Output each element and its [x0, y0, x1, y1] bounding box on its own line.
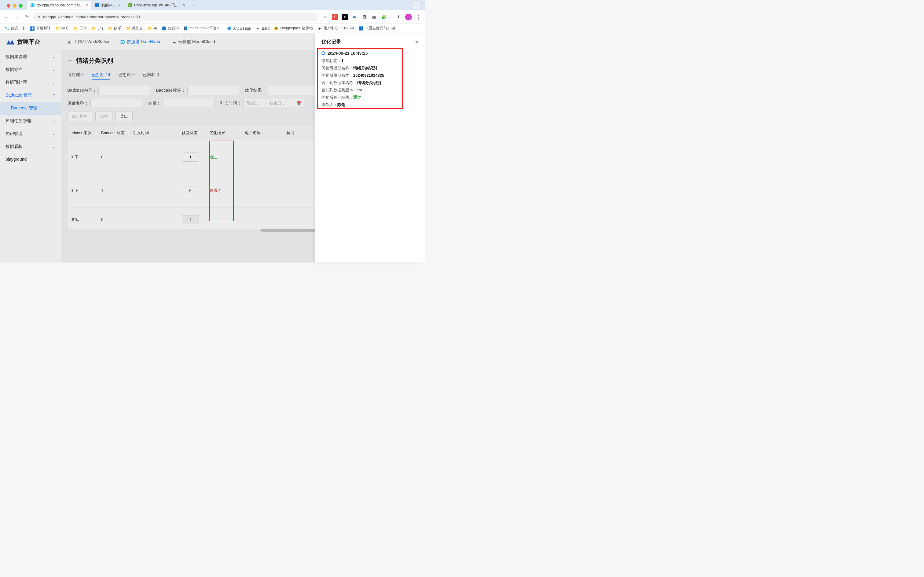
- nav-dataharbor[interactable]: 🌐 数据港 DataHarbor: [120, 38, 163, 46]
- kebab-menu-icon[interactable]: ⋮: [415, 14, 421, 21]
- shop-input[interactable]: [90, 99, 142, 108]
- fixtag-input[interactable]: [182, 186, 199, 195]
- url-text: gongga.xiaoduoai.com/dataharbor/badcase/…: [43, 15, 140, 19]
- sidebar-item-eval[interactable]: 评测任务管理⌄: [0, 114, 61, 127]
- new-tab-button[interactable]: +: [189, 2, 197, 8]
- record-value: 通过: [353, 95, 361, 100]
- bookmark-item[interactable]: 🟦《爱在西元前》-努…: [359, 26, 399, 31]
- folder-icon: 📁: [147, 26, 152, 31]
- bookmark-folder[interactable]: 📁工作: [73, 26, 87, 31]
- forward-button[interactable]: →: [13, 15, 19, 20]
- close-icon[interactable]: ×: [118, 3, 121, 8]
- close-icon[interactable]: ×: [183, 3, 185, 8]
- cell-fixtag: [179, 211, 206, 229]
- star-icon[interactable]: ☆: [322, 14, 328, 20]
- bookmark-item[interactable]: 🤗Huggingface 镜像站: [274, 26, 313, 31]
- tag-input[interactable]: [187, 86, 239, 95]
- bookmark-label: 学习: [61, 26, 69, 31]
- sidebar-label: 数据标注: [5, 67, 23, 73]
- record-model-name: 优化后模型名称：情绪分类识别: [322, 65, 419, 71]
- sidebar-item-badcase[interactable]: Badcase 管理⌃: [0, 89, 61, 102]
- result-select[interactable]: ⌄: [268, 86, 320, 95]
- minimize-window-dot[interactable]: [13, 4, 16, 8]
- back-button[interactable]: ←: [4, 15, 10, 20]
- bookmark-item[interactable]: 📘model-cloud平台2…: [183, 26, 222, 31]
- nav-modelcloud[interactable]: ☁ 云模型 ModelCloud: [172, 38, 215, 46]
- fixtag-input[interactable]: [182, 153, 199, 162]
- sidebar-item-knowledge[interactable]: 知识管理⌄: [0, 127, 61, 140]
- logo[interactable]: 贡嘎平台: [6, 38, 40, 46]
- ext-icon-pic[interactable]: 🖼: [361, 14, 367, 20]
- tab-ignored[interactable]: 已忽略 0: [118, 70, 135, 80]
- date-range-picker[interactable]: 开始日… → 结束日… 📅: [243, 99, 304, 108]
- tab-archived[interactable]: 已归档 0: [143, 70, 159, 80]
- bookmark-label: model-cloud平台2…: [190, 26, 222, 31]
- address-bar[interactable]: ⚙ gongga.xiaoduoai.com/dataharbor/badcas…: [33, 13, 319, 21]
- back-arrow-icon[interactable]: ←: [67, 58, 73, 64]
- browser-tab-0[interactable]: 🌐 gongga.xiaoduoai.com/datah ×: [27, 1, 91, 10]
- bookmark-label: 工作: [79, 26, 87, 31]
- bookmark-folder[interactable]: 📁urls: [91, 26, 103, 31]
- arrow-icon: →: [264, 101, 268, 106]
- sidebar-item-dataset[interactable]: 数据集管理⌄: [0, 50, 61, 63]
- bookmark-item[interactable]: 🔵知我AI: [162, 26, 179, 31]
- ext-icon-red[interactable]: F: [332, 14, 338, 20]
- bookmark-item[interactable]: 译百度翻译: [30, 26, 51, 31]
- cell-source: 〣下: [68, 150, 98, 164]
- drawer-optimization-log: 优化记录 ✕ 2024-09-21 10:43:25 修复标签：1 优化后模型名…: [316, 33, 425, 263]
- site-settings-icon[interactable]: ⚙: [37, 15, 41, 19]
- bookmark-folder[interactable]: 📁学习: [55, 26, 69, 31]
- bookmark-folder[interactable]: 📁微软云: [126, 26, 143, 31]
- profile-avatar[interactable]: [405, 14, 412, 21]
- close-window-dot[interactable]: [7, 4, 10, 8]
- maximize-window-dot[interactable]: [19, 4, 23, 8]
- bookmark-folder[interactable]: 📁AI: [147, 26, 157, 31]
- sidebar-item-playground[interactable]: playground: [0, 153, 61, 165]
- sidebar-label: 评测任务管理: [5, 118, 31, 124]
- archive-button[interactable]: 归档: [95, 111, 113, 121]
- date-end-placeholder: 结束日…: [269, 100, 285, 106]
- sidebar-item-dashboard[interactable]: 数据看板⌄: [0, 140, 61, 153]
- reload-button[interactable]: ⟳: [23, 14, 29, 20]
- paw-icon: 🐾: [4, 26, 9, 31]
- close-icon[interactable]: ×: [85, 3, 88, 8]
- sidebar-item-preprocess[interactable]: 数据预处理⌄: [0, 76, 61, 89]
- extensions-icon[interactable]: 🧩: [381, 14, 387, 20]
- bookmark-item[interactable]: 🐾百度一下: [4, 26, 25, 31]
- bookmark-item[interactable]: 🔷Ant Design: [227, 26, 251, 31]
- sidebar-label: 数据看板: [5, 144, 23, 150]
- sidebar-item-annotate[interactable]: 数据标注⌄: [0, 63, 61, 76]
- close-icon[interactable]: ✕: [415, 39, 419, 45]
- browser-tab-1[interactable]: 🟦 我的PBC ×: [92, 1, 124, 10]
- cell-tag: 1: [98, 184, 130, 197]
- export-button[interactable]: 导出: [116, 111, 133, 121]
- toolbar-right: ☆ F X ⇆ 🖼 ▦ 🧩 | ⤓ ⋮: [322, 14, 421, 21]
- cell-result: -: [206, 213, 242, 226]
- tab-pending[interactable]: 待处理 0: [67, 70, 84, 80]
- sidebar-subitem-badcase[interactable]: Badcase 管理: [0, 102, 61, 114]
- folder-icon: 📁: [55, 26, 60, 31]
- optimize-button[interactable]: 优化模型: [67, 111, 92, 121]
- tabs-dropdown[interactable]: ⌄: [412, 2, 420, 9]
- col-time: 引入时间: [130, 126, 179, 140]
- bookmark-label: urls: [97, 26, 103, 31]
- workstation-icon: ⊞: [68, 39, 71, 44]
- col-client: 客户名称: [242, 126, 283, 140]
- ext-icon-sync[interactable]: ⇆: [351, 14, 357, 20]
- tab-tagged[interactable]: 已打标 14: [92, 70, 110, 80]
- bookmark-item[interactable]: ✦Bard: [256, 26, 269, 31]
- nav-workstation[interactable]: ⊞ 工作台 WorkStation: [68, 38, 111, 46]
- bookmark-item[interactable]: ☻用户中心 - CroLAX: [317, 26, 354, 31]
- cell-category: -: [283, 213, 317, 226]
- ext-icon-x[interactable]: X: [341, 14, 348, 20]
- download-icon[interactable]: ⤓: [395, 14, 401, 20]
- content-input[interactable]: [98, 86, 150, 95]
- col-category: 类目: [283, 126, 317, 140]
- record-label: 优化后模型版本：: [322, 73, 353, 77]
- browser-tab-2[interactable]: 🟩 ChnSentiCorp_htl_all - 飞书云 ×: [124, 1, 188, 10]
- ext-icon-app[interactable]: ▦: [371, 14, 377, 20]
- cell-result: 未通过: [206, 184, 242, 198]
- category-input[interactable]: [163, 99, 214, 108]
- bookmark-folder[interactable]: 📁娱乐: [108, 26, 121, 31]
- globe-icon: 🌐: [30, 3, 35, 8]
